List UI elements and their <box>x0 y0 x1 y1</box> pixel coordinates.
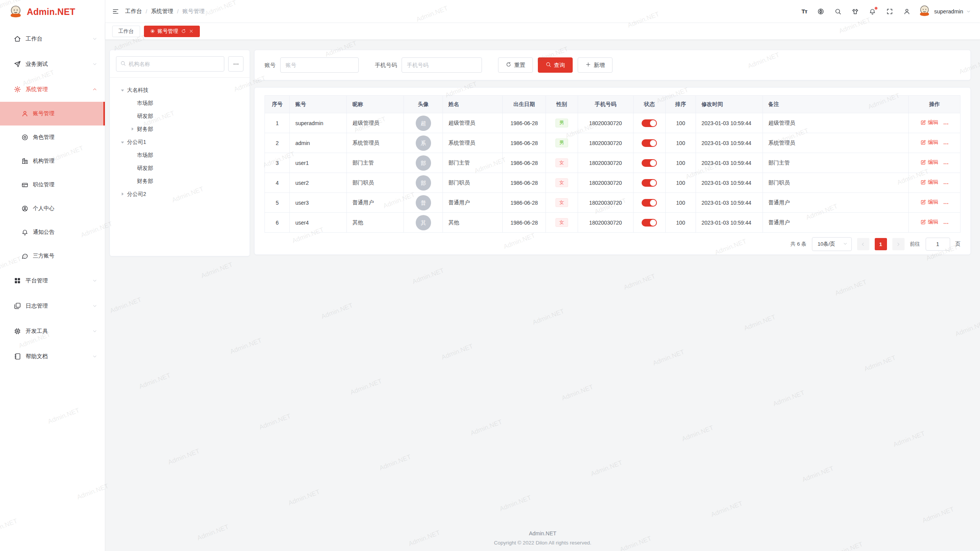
page-number-button[interactable]: 1 <box>875 238 887 250</box>
sidebar-item[interactable]: 系统管理 <box>0 77 105 102</box>
tree-node[interactable]: 财务部 <box>113 123 247 136</box>
refresh-icon <box>506 62 511 67</box>
row-more-button[interactable] <box>943 141 949 147</box>
tree-node[interactable]: 分公司1 <box>113 136 247 149</box>
edit-button[interactable]: 编辑 <box>920 119 938 126</box>
footer-copyright: Copyright © 2022 Dilon All rights reserv… <box>105 540 980 546</box>
status-toggle[interactable] <box>642 139 657 147</box>
breadcrumb-item[interactable]: 工作台 <box>125 8 142 15</box>
sidebar-subitem[interactable]: 机构管理 <box>0 149 105 173</box>
phone-label: 手机号码 <box>375 62 397 69</box>
sidebar-item[interactable]: 帮助文档 <box>0 344 105 369</box>
menu-fold-icon[interactable] <box>112 8 119 15</box>
fullscreen-icon[interactable] <box>886 8 893 15</box>
sidebar-item[interactable]: 业务测试 <box>0 51 105 77</box>
org-search-input[interactable] <box>129 61 220 67</box>
sidebar-subitem[interactable]: 角色管理 <box>0 126 105 149</box>
table-cell: 其他 <box>443 213 503 233</box>
row-more-button[interactable] <box>943 161 949 167</box>
sidebar-item[interactable]: 工作台 <box>0 26 105 51</box>
prev-page-button[interactable] <box>857 238 869 250</box>
tree-caret-icon[interactable] <box>120 139 126 145</box>
edit-button[interactable]: 编辑 <box>920 159 938 166</box>
phone-input[interactable] <box>402 57 482 73</box>
tree-node-label: 研发部 <box>137 165 153 172</box>
edit-button[interactable]: 编辑 <box>920 179 938 186</box>
tab-active[interactable]: 账号管理 <box>144 26 200 37</box>
status-toggle[interactable] <box>642 159 657 167</box>
profile-icon[interactable] <box>903 8 910 15</box>
app-logo[interactable]: Admin.NET <box>0 0 105 24</box>
table-row: 6user4其他其其他1986-06-28女180200307201002023… <box>265 213 960 233</box>
tree-caret-icon[interactable] <box>130 126 136 132</box>
tree-node[interactable]: 研发部 <box>113 162 247 175</box>
search-icon <box>835 8 841 15</box>
search-button[interactable]: 查询 <box>538 57 573 73</box>
tab-item[interactable]: 工作台 <box>112 26 140 37</box>
tree-node[interactable]: 市场部 <box>113 97 247 110</box>
table-cell: 部门职员 <box>347 173 404 193</box>
gender-tag: 男 <box>555 139 568 147</box>
avatar: 普 <box>416 195 431 210</box>
sidebar-item-label: 工作台 <box>26 35 42 42</box>
tree-node[interactable]: 大名科技 <box>113 84 247 97</box>
sidebar-subitem[interactable]: 通知公告 <box>0 220 105 244</box>
search-icon <box>546 62 551 67</box>
tree-node[interactable]: 财务部 <box>113 175 247 188</box>
table-row: 1superadmin超级管理员超超级管理员1986-06-28男1802003… <box>265 113 960 133</box>
gender-tag: 男 <box>555 119 568 127</box>
chevron-down-icon <box>92 278 97 283</box>
tree-caret-icon[interactable] <box>120 87 126 93</box>
edit-button[interactable]: 编辑 <box>920 218 938 225</box>
table-cell: 18020030720 <box>578 193 633 213</box>
row-more-button[interactable] <box>943 181 949 187</box>
sidebar-subitem[interactable]: 个人中心 <box>0 197 105 220</box>
add-button[interactable]: 新增 <box>578 57 612 73</box>
table-cell: 超级管理员 <box>443 113 503 133</box>
search-icon[interactable] <box>835 8 841 15</box>
user-menu[interactable]: superadmin <box>918 4 971 18</box>
sidebar-item[interactable]: 开发工具 <box>0 318 105 344</box>
account-input[interactable] <box>280 57 359 73</box>
status-toggle[interactable] <box>642 119 657 127</box>
table-cell: 5 <box>265 193 290 213</box>
sidebar-item-label: 平台管理 <box>26 277 48 284</box>
goto-page-input[interactable] <box>926 238 950 251</box>
tree-caret-icon[interactable] <box>120 191 126 197</box>
sidebar-item[interactable]: 日志管理 <box>0 293 105 318</box>
reset-button[interactable]: 重置 <box>498 57 533 73</box>
row-more-button[interactable] <box>943 220 949 227</box>
row-more-button[interactable] <box>943 121 949 127</box>
sidebar-item[interactable]: 平台管理 <box>0 268 105 293</box>
profile-center-icon <box>21 205 28 212</box>
page-size-select[interactable]: 10条/页 <box>812 237 852 251</box>
language-icon[interactable] <box>817 8 824 15</box>
breadcrumb-item[interactable]: 系统管理 <box>151 8 173 15</box>
tree-node[interactable]: 研发部 <box>113 110 247 123</box>
close-icon[interactable] <box>189 29 194 34</box>
docs-icon <box>14 353 21 360</box>
app-root: Admin.NETAdmin.NETAdmin.NETAdmin.NETAdmi… <box>0 0 980 551</box>
edit-button[interactable]: 编辑 <box>920 199 938 205</box>
tree-more-button[interactable] <box>228 56 243 72</box>
table-cell: 普通用户 <box>443 193 503 213</box>
status-toggle[interactable] <box>642 179 657 187</box>
sidebar-subitem[interactable]: 职位管理 <box>0 173 105 197</box>
status-toggle[interactable] <box>642 199 657 207</box>
sidebar-subitem[interactable]: 账号管理 <box>0 102 105 126</box>
tree-node[interactable]: 市场部 <box>113 149 247 162</box>
sidebar-item-label: 业务测试 <box>26 60 48 68</box>
row-more-button[interactable] <box>943 201 949 207</box>
next-page-button[interactable] <box>892 238 905 250</box>
sidebar-subitem[interactable]: 三方账号 <box>0 244 105 268</box>
edit-button[interactable]: 编辑 <box>920 139 938 146</box>
tree-node[interactable]: 分公司2 <box>113 188 247 201</box>
theme-icon[interactable] <box>852 8 859 15</box>
notification-icon[interactable] <box>869 8 876 15</box>
sidebar: Admin.NET 工作台业务测试系统管理账号管理角色管理机构管理职位管理个人中… <box>0 0 105 551</box>
tree-caret-placeholder <box>130 178 136 184</box>
status-toggle[interactable] <box>642 219 657 227</box>
font-size-icon[interactable]: Tт <box>802 8 807 15</box>
refresh-icon[interactable] <box>181 29 186 34</box>
chevron-down-icon <box>92 36 97 41</box>
